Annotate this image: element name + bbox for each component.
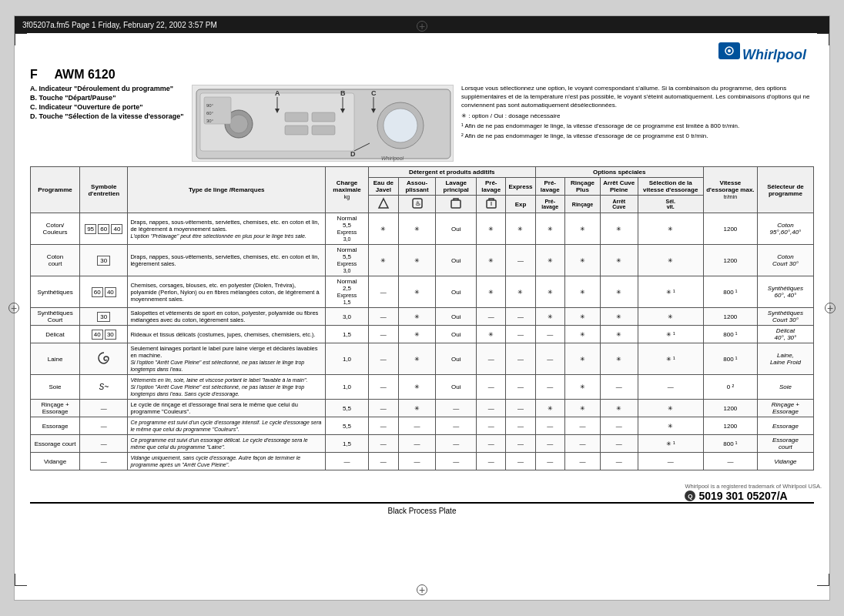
table-row: SynthétiquesCourt 30 Salopettes et vêtem… [31,308,814,326]
logo-text: Whirlpool [742,47,806,62]
svg-rect-23 [312,126,335,135]
product-code-icon: Q [685,490,695,501]
sym-laine [80,343,128,375]
corner-mark-bl [15,574,27,586]
svg-text:B: B [340,89,346,97]
trademark-text: Whirlpool is a registered trademark of W… [685,483,822,490]
reg-mark-left [8,303,19,313]
svg-rect-20 [285,112,308,122]
prog-synth: Synthétiques [31,276,80,308]
desc-essorage: Ce programme est suivi d'un cycle d'esso… [128,417,326,435]
table-row: Synthétiques 60 40 Chemises, corsages, b… [31,276,814,308]
sel-essorage: Essorage [757,417,813,435]
sel-vidange: Vidange [757,453,813,470]
notes-box: Lorsque vous sélectionnez une option, le… [461,85,814,162]
th-rincage: Rinçage Plus [564,178,600,196]
th-options-group: Options spéciales [535,167,703,178]
desc-delicat: Rideaux et tissus délicats (costumes, ju… [128,326,326,343]
bottom-bar: Black Process Plate [15,505,829,517]
desc-laine: Seulement lainages portant le label pure… [128,343,326,375]
table-row: Rinçage + Essorage — Le cycle de rinçage… [31,400,814,417]
reg-mark-top [417,21,427,32]
model-labels: A. Indicateur "Déroulement du programme"… [30,85,184,162]
whirlpool-logo: Whirlpool [718,42,806,63]
th-arret-icon: ArrêtCuve [601,196,638,213]
sel-delicat: Délicat40°, 30° [757,326,813,343]
machine-diagram: A B C D Whirlpool [192,85,454,162]
sel-soie: Soie [757,375,813,400]
sym-soie: S~ [80,375,128,400]
vitesse-coton-court: 1200 [703,245,757,276]
svg-point-2 [728,49,731,52]
sym-rincage: — [80,400,128,417]
vitesse-essorage-court: 800 ¹ [703,435,757,453]
prog-soie: Soie [31,375,80,400]
sel-laine: Laine,Laine Froid [757,343,813,375]
vitesse-delicat: 800 ¹ [703,326,757,343]
charge-vidange: — [326,453,369,470]
th-vitesse: Vitesse d'essorage max.tr/min [703,167,757,213]
charge-soie: 1,0 [326,375,369,400]
prog-synth-court: SynthétiquesCourt [31,308,80,326]
sym-coton-court: 30 [80,245,128,276]
sym-synth: 60 40 [80,276,128,308]
th-assou-icon: ♨ [398,196,436,213]
vitesse-coton: 1200 [703,213,757,245]
corner-mark-br [817,574,829,586]
th-pre-lavage: Pré-lavage [477,178,506,196]
label-b: B. Touche "Départ/Pause" [30,94,184,102]
vitesse-laine: 800 ¹ [703,343,757,375]
prog-delicat: Délicat [31,326,80,343]
th-eau-javel: Eau de Javel [368,178,398,196]
header-row: Whirlpool [30,42,814,63]
table-row: Cotoncourt 30 Draps, nappes, sous-vêteme… [31,245,814,276]
th-lavage: Lavage principal [436,178,477,196]
note-2: ² Afin de ne pas endommager le linge, la… [461,132,814,141]
label-a: A. Indicateur "Déroulement du programme" [30,85,184,92]
svg-text:30°: 30° [206,119,214,123]
vitesse-soie: 0 ² [703,375,757,400]
svg-text:Whirlpool: Whirlpool [381,156,404,162]
notes-main: Lorsque vous sélectionnez une option, le… [461,85,814,109]
svg-text:A: A [275,89,280,97]
label-d: D. Touche "Sélection de la vitesse d'ess… [30,112,184,120]
desc-coton: Draps, nappes, sous-vêtements, serviette… [128,213,326,245]
table-row: Laine Seulement lainages portant le labe… [31,343,814,375]
prog-essorage-court: Essorage court [31,435,80,453]
svg-marker-29 [379,199,388,208]
sym-vidange: — [80,453,128,470]
sym-essorage: — [80,417,128,435]
svg-rect-21 [312,112,335,122]
svg-rect-32 [451,200,461,208]
charge-synth: Normal2,5Express1,5 [326,276,369,308]
prog-vidange: Vidange [31,453,80,470]
th-selection-icon: Sél.vit. [638,196,703,213]
th-symbol: Symbole d'entretien [80,167,128,213]
th-type: Type de linge /Remarques [128,167,326,213]
th-express-icon: Exp [506,196,535,213]
vitesse-vidange: — [703,453,757,470]
charge-laine: 1,0 [326,343,369,375]
svg-rect-22 [285,126,308,135]
note-star: ✳ : option / Oui : dosage nécessaire [461,112,814,121]
charge-synth-court: 3,0 [326,308,369,326]
svg-text:60°: 60° [206,111,214,116]
model-content: A. Indicateur "Déroulement du programme"… [30,85,814,162]
th-pre-lavage-icon: I [477,196,506,213]
th-eau-javel-icon [368,196,398,213]
label-c: C. Indicateur "Ouverture de porte" [30,103,184,111]
svg-text:D: D [350,150,356,158]
page-frame: 3f05207a.fm5 Page 1 Friday, February 22,… [14,15,830,601]
model-section: F AWM 6120 A. Indicateur "Déroulement du… [30,68,814,162]
desc-synth: Chemises, corsages, blouses, etc. en pol… [128,276,326,308]
prog-laine: Laine [31,343,80,375]
model-title: F AWM 6120 [30,68,814,82]
charge-coton-court: Normal5,5Express3,0 [326,245,369,276]
th-selection: Sélection de la vitesse d'essorage [638,178,703,196]
th-lavage-icon [436,196,477,213]
page-content: Whirlpool F AWM 6120 A. Indicateur "Déro… [15,33,829,477]
svg-text:♨: ♨ [414,200,420,207]
svg-text:90°: 90° [206,103,214,108]
desc-essorage-court: Ce programme est suivi d'un essorage dél… [128,435,326,453]
vitesse-essorage: 1200 [703,417,757,435]
